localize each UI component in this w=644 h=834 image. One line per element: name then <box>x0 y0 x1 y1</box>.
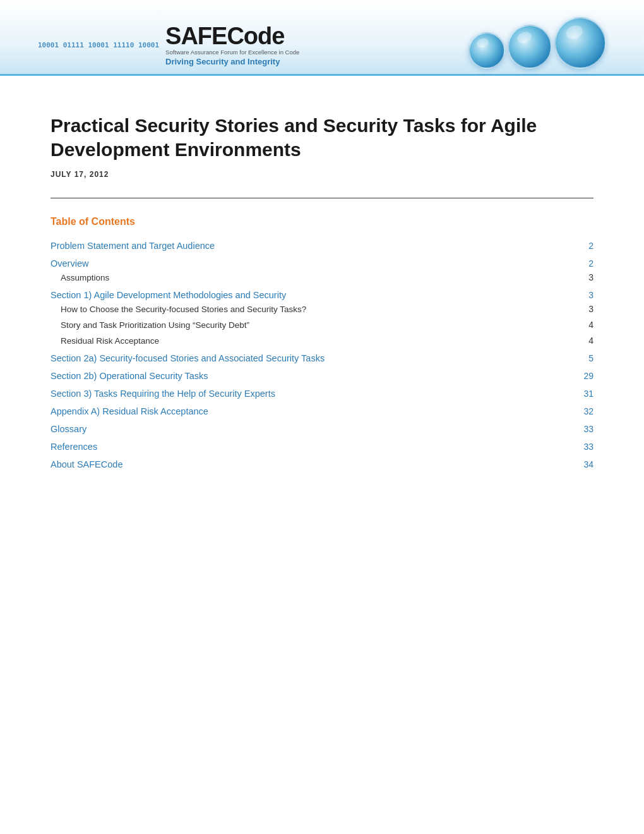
section-divider <box>51 198 593 198</box>
brand-tagline: Driving Security and Integrity <box>165 57 299 66</box>
globe-icon-3 <box>554 17 606 69</box>
brand-subtitle: Software Assurance Forum for Excellence … <box>165 49 299 56</box>
toc-item[interactable]: Problem Statement and Target Audience2 <box>51 239 593 253</box>
toc-item-label: How to Choose the Security-focused Stori… <box>51 305 575 314</box>
toc-item-page: 3 <box>575 272 593 282</box>
toc-heading: Table of Contents <box>51 216 593 227</box>
toc-item-label: Overview <box>51 258 575 269</box>
main-content: Practical Security Stories and Security … <box>0 76 644 509</box>
toc-item-page: 2 <box>575 258 593 269</box>
toc-item-label: References <box>51 442 575 452</box>
toc-item[interactable]: References33 <box>51 440 593 454</box>
globe-icon-2 <box>508 25 552 69</box>
toc-item-page: 32 <box>575 406 593 416</box>
toc-item-label: Section 1) Agile Development Methodologi… <box>51 290 575 300</box>
toc-item-label: Section 2a) Security-focused Stories and… <box>51 353 575 363</box>
page-header: 10001 01111 10001 11110 10001 SAFECode S… <box>0 0 644 76</box>
toc-item-page: 3 <box>575 304 593 314</box>
toc-item-label: Story and Task Prioritization Using “Sec… <box>51 320 575 330</box>
toc-item[interactable]: Section 2b) Operational Security Tasks29 <box>51 369 593 383</box>
toc-item-page: 4 <box>575 320 593 330</box>
toc-item[interactable]: Section 2a) Security-focused Stories and… <box>51 351 593 365</box>
toc-item-label: Assumptions <box>51 273 575 282</box>
toc-item-label: Problem Statement and Target Audience <box>51 241 575 251</box>
document-title: Practical Security Stories and Security … <box>51 114 593 161</box>
toc-item-page: 2 <box>575 241 593 251</box>
toc-item-page: 33 <box>575 442 593 452</box>
toc-item-page: 31 <box>575 389 593 399</box>
toc-item-page: 33 <box>575 424 593 434</box>
globe-icon-1 <box>468 32 505 69</box>
toc-item[interactable]: About SAFECode34 <box>51 457 593 471</box>
toc-item[interactable]: Appendix A) Residual Risk Acceptance32 <box>51 404 593 418</box>
toc-item-label: About SAFECode <box>51 459 575 469</box>
document-date: JULY 17, 2012 <box>51 170 593 179</box>
toc-item-label: Appendix A) Residual Risk Acceptance <box>51 406 575 416</box>
toc-container: Problem Statement and Target Audience2Ov… <box>51 239 593 471</box>
toc-item[interactable]: Section 3) Tasks Requiring the Help of S… <box>51 387 593 401</box>
brand-title: SAFECode <box>165 24 299 48</box>
globe-area <box>468 17 606 74</box>
brand-text: SAFECode Software Assurance Forum for Ex… <box>165 24 299 66</box>
toc-item-page: 3 <box>575 290 593 300</box>
toc-item[interactable]: Residual Risk Acceptance4 <box>51 334 593 348</box>
toc-item[interactable]: Overview2 <box>51 257 593 270</box>
toc-item-page: 5 <box>575 353 593 363</box>
binary-icon: 10001 01111 10001 11110 10001 <box>38 40 159 51</box>
toc-item-page: 4 <box>575 335 593 346</box>
toc-item[interactable]: Glossary33 <box>51 422 593 436</box>
toc-item-page: 34 <box>575 459 593 469</box>
logo-area: 10001 01111 10001 11110 10001 SAFECode S… <box>38 24 299 74</box>
toc-item-page: 29 <box>575 371 593 381</box>
toc-item[interactable]: Story and Task Prioritization Using “Sec… <box>51 318 593 332</box>
toc-item-label: Section 2b) Operational Security Tasks <box>51 371 575 381</box>
toc-item-label: Residual Risk Acceptance <box>51 336 575 346</box>
toc-item[interactable]: How to Choose the Security-focused Stori… <box>51 302 593 316</box>
toc-item[interactable]: Assumptions3 <box>51 270 593 284</box>
toc-item-label: Glossary <box>51 424 575 434</box>
toc-item-label: Section 3) Tasks Requiring the Help of S… <box>51 389 575 399</box>
toc-item[interactable]: Section 1) Agile Development Methodologi… <box>51 288 593 302</box>
